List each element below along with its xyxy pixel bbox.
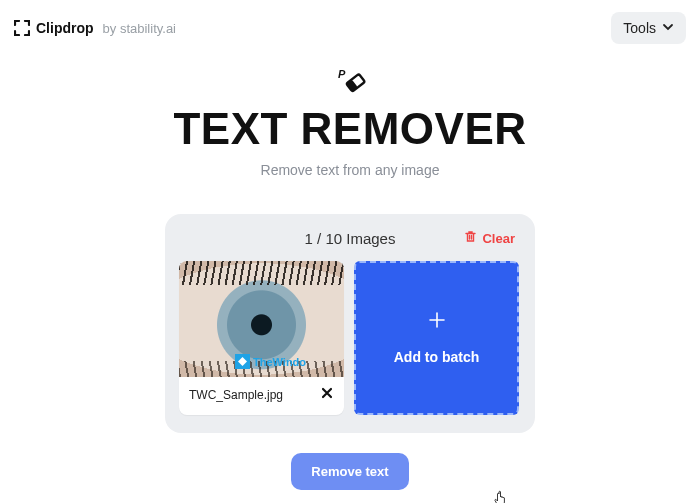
plus-icon xyxy=(428,311,446,333)
clear-label: Clear xyxy=(482,231,515,246)
tools-label: Tools xyxy=(623,20,656,36)
thumbnails-row: TheWindo TWC_Sample.jpg Add to batch xyxy=(179,261,521,415)
remove-file-button[interactable] xyxy=(320,386,334,403)
main-content: P TEXT REMOVER Remove text from any imag… xyxy=(0,56,700,490)
chevron-down-icon xyxy=(662,20,674,36)
add-to-batch-button[interactable]: Add to batch xyxy=(354,261,519,415)
page-subtitle: Remove text from any image xyxy=(261,162,440,178)
remove-text-button[interactable]: Remove text xyxy=(291,453,408,490)
upload-panel: 1 / 10 Images Clear TheWindo xyxy=(165,214,535,433)
eraser-icon: P xyxy=(333,68,367,98)
trash-icon xyxy=(464,230,477,246)
clear-button[interactable]: Clear xyxy=(464,230,515,246)
windows-badge-icon xyxy=(235,354,250,369)
tools-dropdown[interactable]: Tools xyxy=(611,12,686,44)
page-title: TEXT REMOVER xyxy=(173,104,526,154)
file-info-row: TWC_Sample.jpg xyxy=(179,377,344,412)
clipdrop-logo-icon xyxy=(14,20,30,36)
remove-text-label: Remove text xyxy=(311,464,388,479)
image-card[interactable]: TheWindo TWC_Sample.jpg xyxy=(179,261,344,415)
header: Clipdrop by stability.ai Tools xyxy=(0,0,700,56)
watermark-text: TheWindo xyxy=(253,356,306,368)
logo-byline: by stability.ai xyxy=(103,21,176,36)
image-counter: 1 / 10 Images xyxy=(305,230,396,247)
svg-text:P: P xyxy=(338,68,346,80)
panel-header: 1 / 10 Images Clear xyxy=(179,230,521,247)
cursor-pointer-icon xyxy=(494,490,510,503)
logo-name: Clipdrop xyxy=(36,20,94,36)
logo[interactable]: Clipdrop by stability.ai xyxy=(14,20,176,36)
image-watermark: TheWindo xyxy=(235,354,306,369)
file-name: TWC_Sample.jpg xyxy=(189,388,283,402)
image-thumbnail: TheWindo xyxy=(179,261,344,377)
add-to-batch-label: Add to batch xyxy=(394,349,480,365)
